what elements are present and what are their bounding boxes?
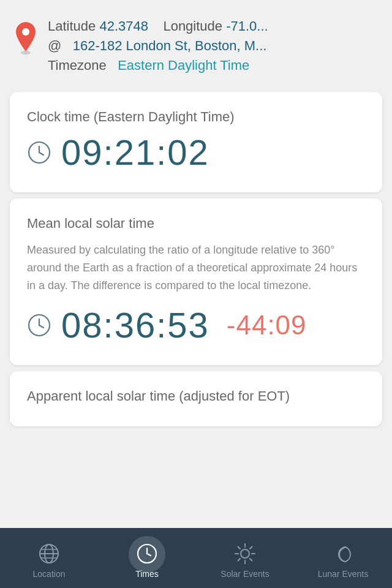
clock-time-row: 09:21:02 bbox=[27, 135, 365, 170]
location-header: Latitude 42.3748 Longitude -71.0... @ 16… bbox=[0, 0, 392, 86]
at-symbol: @ bbox=[48, 38, 61, 53]
tab-times-label: Times bbox=[135, 569, 159, 579]
solar-time-title: Mean local solar time bbox=[27, 216, 365, 232]
moon-icon bbox=[331, 542, 355, 565]
tab-lunar-label: Lunar Events bbox=[318, 569, 369, 579]
clock-time-title: Clock time (Eastern Daylight Time) bbox=[27, 109, 365, 125]
sun-icon bbox=[233, 542, 257, 565]
svg-line-23 bbox=[250, 547, 252, 549]
latitude-value: 42.3748 bbox=[99, 18, 148, 34]
tab-bar: Location Times S bbox=[0, 528, 392, 588]
svg-line-22 bbox=[250, 559, 252, 561]
apparent-time-title: Apparent local solar time (adjusted for … bbox=[27, 388, 365, 404]
address-row: @ 162-182 London St, Boston, M... bbox=[48, 38, 380, 54]
svg-line-24 bbox=[238, 559, 241, 561]
solar-clock-icon bbox=[27, 313, 51, 337]
tab-location[interactable]: Location bbox=[0, 537, 98, 579]
longitude-label: Longitude bbox=[163, 18, 222, 34]
svg-line-7 bbox=[39, 325, 43, 328]
svg-line-4 bbox=[39, 153, 43, 155]
clock-time-card: Clock time (Eastern Daylight Time) 09:21… bbox=[10, 92, 382, 192]
latitude-label: Latitude bbox=[48, 18, 96, 34]
tab-location-label: Location bbox=[33, 569, 66, 579]
svg-line-21 bbox=[238, 547, 241, 549]
apparent-time-card: Apparent local solar time (adjusted for … bbox=[10, 371, 382, 426]
tab-solar-label: Solar Events bbox=[221, 569, 269, 579]
clock-icon bbox=[27, 140, 51, 165]
coordinates-row: Latitude 42.3748 Longitude -71.0... bbox=[48, 18, 380, 34]
clock-time-value: 09:21:02 bbox=[61, 135, 209, 170]
timezone-row: Timezone Eastern Daylight Time bbox=[48, 58, 380, 74]
svg-point-1 bbox=[22, 28, 29, 36]
solar-time-diff: -44:09 bbox=[227, 310, 307, 341]
address-value: 162-182 London St, Boston, M... bbox=[73, 38, 267, 53]
solar-time-description: Measured by calculating the ratio of a l… bbox=[27, 241, 365, 294]
tab-lunar-events[interactable]: Lunar Events bbox=[294, 537, 392, 579]
solar-time-card: Mean local solar time Measured by calcul… bbox=[10, 198, 382, 365]
timezone-label: Timezone bbox=[48, 58, 107, 73]
svg-point-13 bbox=[138, 545, 156, 563]
longitude-value: -71.0... bbox=[226, 18, 268, 34]
svg-line-15 bbox=[147, 554, 151, 556]
clock-tab-icon bbox=[135, 542, 159, 565]
location-pin-icon bbox=[12, 21, 39, 48]
tab-solar-events[interactable]: Solar Events bbox=[196, 537, 294, 579]
location-info: Latitude 42.3748 Longitude -71.0... @ 16… bbox=[48, 18, 380, 74]
solar-time-value: 08:36:53 bbox=[61, 307, 209, 343]
tab-times[interactable]: Times bbox=[98, 537, 196, 579]
timezone-value: Eastern Daylight Time bbox=[118, 58, 249, 73]
svg-point-16 bbox=[241, 549, 249, 558]
globe-icon bbox=[37, 542, 61, 565]
solar-time-row: 08:36:53 -44:09 bbox=[27, 307, 365, 343]
